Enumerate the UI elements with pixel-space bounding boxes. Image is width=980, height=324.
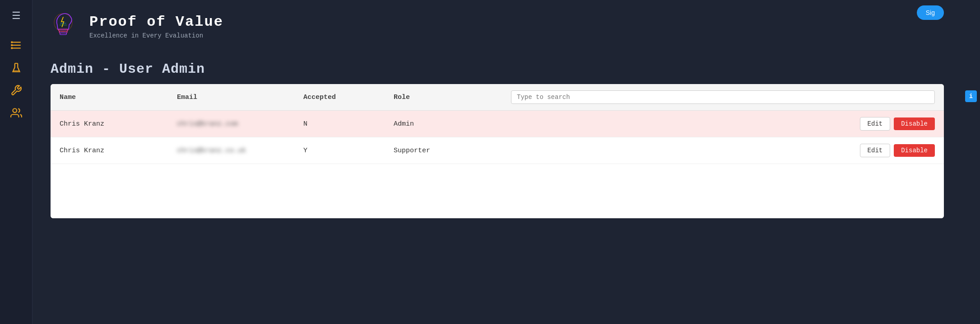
row1-email: chris@kranz.com [177, 120, 303, 128]
table-row: Chris Kranz chris@kranz.co.uk Y Supporte… [51, 137, 944, 164]
row1-disable-button[interactable]: Disable [894, 117, 935, 130]
logo-container: Proof of Value Excellence in Every Evalu… [45, 8, 223, 44]
app-title: Proof of Value [89, 14, 223, 30]
svg-point-3 [11, 42, 12, 42]
app-subtitle: Excellence in Every Evaluation [89, 32, 223, 39]
flask-icon[interactable] [5, 56, 28, 79]
tools-icon[interactable] [5, 79, 28, 102]
right-panel: i [962, 0, 980, 324]
table-row: Chris Kranz chris@kranz.com N Admin Edit… [51, 111, 944, 137]
col-role: Role [394, 94, 511, 101]
logo-text: Proof of Value Excellence in Every Evalu… [89, 14, 223, 39]
sidebar-item-list[interactable] [5, 34, 28, 56]
info-icon[interactable]: i [965, 90, 977, 102]
svg-point-4 [11, 45, 12, 46]
main-content: Proof of Value Excellence in Every Evalu… [33, 0, 962, 324]
col-actions [511, 90, 935, 104]
row2-email: chris@kranz.co.uk [177, 147, 303, 155]
user-admin-table: Name Email Accepted Role Chris Kranz chr… [51, 84, 944, 218]
table-empty-space [51, 164, 944, 218]
svg-point-6 [13, 108, 17, 113]
page-title: Admin - User Admin [51, 61, 944, 77]
row2-accepted: Y [303, 147, 394, 155]
col-email: Email [177, 94, 303, 101]
row1-role: Admin [394, 120, 511, 128]
row2-edit-button[interactable]: Edit [860, 144, 891, 157]
row2-actions: Edit Disable [511, 144, 935, 157]
row1-accepted: N [303, 120, 394, 128]
row2-role: Supporter [394, 147, 511, 155]
row1-actions: Edit Disable [511, 117, 935, 131]
table-header: Name Email Accepted Role [51, 84, 944, 111]
row1-name: Chris Kranz [60, 120, 177, 128]
hamburger-icon[interactable]: ☰ [7, 5, 25, 27]
svg-point-5 [11, 47, 12, 48]
search-input[interactable] [511, 90, 935, 104]
page-title-bar: Admin - User Admin [33, 52, 962, 84]
logo-icon [45, 8, 81, 44]
row2-disable-button[interactable]: Disable [894, 144, 935, 157]
col-name: Name [60, 94, 177, 101]
top-right-actions: Sig [917, 5, 944, 20]
sidebar: ☰ [0, 0, 33, 324]
svg-rect-10 [60, 33, 67, 35]
row1-edit-button[interactable]: Edit [860, 117, 891, 131]
sign-button[interactable]: Sig [917, 5, 944, 20]
users-icon[interactable] [5, 102, 28, 124]
header: Proof of Value Excellence in Every Evalu… [33, 0, 962, 52]
row2-name: Chris Kranz [60, 147, 177, 155]
col-accepted: Accepted [303, 94, 394, 101]
